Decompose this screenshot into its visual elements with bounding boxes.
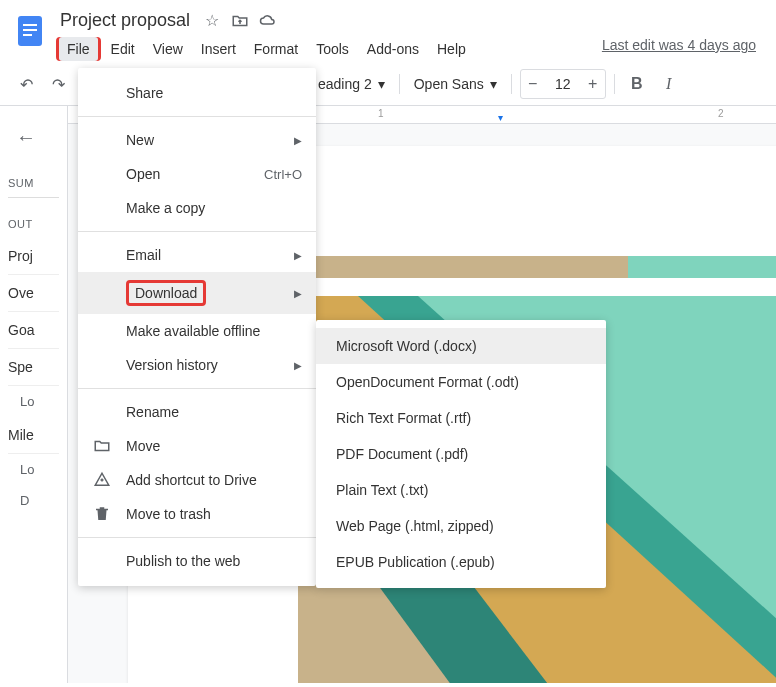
- outline-subitem[interactable]: D: [8, 485, 59, 516]
- folder-icon: [92, 437, 112, 455]
- download-odt[interactable]: OpenDocument Format (.odt): [316, 364, 606, 400]
- download-rtf[interactable]: Rich Text Format (.rtf): [316, 400, 606, 436]
- download-html[interactable]: Web Page (.html, zipped): [316, 508, 606, 544]
- menu-open[interactable]: OpenCtrl+O: [78, 157, 316, 191]
- outline-item[interactable]: Ove: [8, 275, 59, 312]
- back-arrow-icon[interactable]: ←: [8, 118, 59, 157]
- svg-rect-3: [23, 34, 32, 36]
- menu-new[interactable]: New▶: [78, 123, 316, 157]
- drive-shortcut-icon: [92, 471, 112, 489]
- menu-email[interactable]: Email▶: [78, 238, 316, 272]
- italic-button[interactable]: I: [655, 70, 683, 98]
- move-folder-icon[interactable]: [230, 11, 250, 31]
- menu-view[interactable]: View: [145, 37, 191, 61]
- submenu-arrow-icon: ▶: [294, 288, 302, 299]
- style-select[interactable]: eading 2 ▾: [312, 72, 391, 96]
- download-pdf[interactable]: PDF Document (.pdf): [316, 436, 606, 472]
- chevron-down-icon: ▾: [378, 76, 385, 92]
- menu-move-trash[interactable]: Move to trash: [78, 497, 316, 531]
- cloud-status-icon[interactable]: [258, 11, 278, 31]
- font-size-input[interactable]: [545, 76, 581, 92]
- outline-subitem[interactable]: Lo: [8, 386, 59, 417]
- menu-make-copy[interactable]: Make a copy: [78, 191, 316, 225]
- menu-tools[interactable]: Tools: [308, 37, 357, 61]
- outline-label: OUT: [8, 218, 59, 230]
- outline-sidebar: ← SUM OUT Proj Ove Goa Spe Lo Mile Lo D: [0, 106, 68, 683]
- menu-rename[interactable]: Rename: [78, 395, 316, 429]
- font-select[interactable]: Open Sans ▾: [408, 72, 503, 96]
- menu-share[interactable]: Share: [78, 76, 316, 110]
- file-menu-dropdown: Share New▶ OpenCtrl+O Make a copy Email▶…: [78, 68, 316, 586]
- menu-edit[interactable]: Edit: [103, 37, 143, 61]
- menu-move[interactable]: Move: [78, 429, 316, 463]
- font-size-increase[interactable]: +: [581, 70, 605, 98]
- menu-publish[interactable]: Publish to the web: [78, 544, 316, 578]
- download-txt[interactable]: Plain Text (.txt): [316, 472, 606, 508]
- header: Project proposal ☆ File Edit View Insert…: [0, 0, 776, 63]
- svg-rect-2: [23, 29, 37, 31]
- menu-addons[interactable]: Add-ons: [359, 37, 427, 61]
- submenu-arrow-icon: ▶: [294, 250, 302, 261]
- redo-button[interactable]: ↷: [44, 70, 72, 98]
- indent-marker-icon[interactable]: ▾: [498, 112, 503, 123]
- undo-button[interactable]: ↶: [12, 70, 40, 98]
- submenu-arrow-icon: ▶: [294, 135, 302, 146]
- outline-item[interactable]: Spe: [8, 349, 59, 386]
- font-size-decrease[interactable]: −: [521, 70, 545, 98]
- outline-item[interactable]: Mile: [8, 417, 59, 454]
- outline-subitem[interactable]: Lo: [8, 454, 59, 485]
- menu-version-history[interactable]: Version history▶: [78, 348, 316, 382]
- star-icon[interactable]: ☆: [202, 11, 222, 31]
- menu-make-offline[interactable]: Make available offline: [78, 314, 316, 348]
- docs-logo[interactable]: [12, 12, 48, 48]
- submenu-arrow-icon: ▶: [294, 360, 302, 371]
- menu-add-shortcut[interactable]: Add shortcut to Drive: [78, 463, 316, 497]
- menubar: File Edit View Insert Format Tools Add-o…: [56, 35, 764, 63]
- download-epub[interactable]: EPUB Publication (.epub): [316, 544, 606, 580]
- bold-button[interactable]: B: [623, 70, 651, 98]
- outline-item[interactable]: Proj: [8, 238, 59, 275]
- outline-item[interactable]: Goa: [8, 312, 59, 349]
- menu-help[interactable]: Help: [429, 37, 474, 61]
- document-title[interactable]: Project proposal: [56, 8, 194, 33]
- shortcut-label: Ctrl+O: [264, 167, 302, 182]
- summary-label: SUM: [8, 177, 59, 189]
- last-edit-link[interactable]: Last edit was 4 days ago: [602, 37, 756, 61]
- trash-icon: [92, 505, 112, 523]
- download-submenu: Microsoft Word (.docx) OpenDocument Form…: [316, 320, 606, 588]
- download-docx[interactable]: Microsoft Word (.docx): [316, 328, 606, 364]
- menu-download[interactable]: Download▶: [78, 272, 316, 314]
- menu-file[interactable]: File: [59, 37, 98, 61]
- menu-format[interactable]: Format: [246, 37, 306, 61]
- menu-insert[interactable]: Insert: [193, 37, 244, 61]
- svg-rect-1: [23, 24, 37, 26]
- chevron-down-icon: ▾: [490, 76, 497, 92]
